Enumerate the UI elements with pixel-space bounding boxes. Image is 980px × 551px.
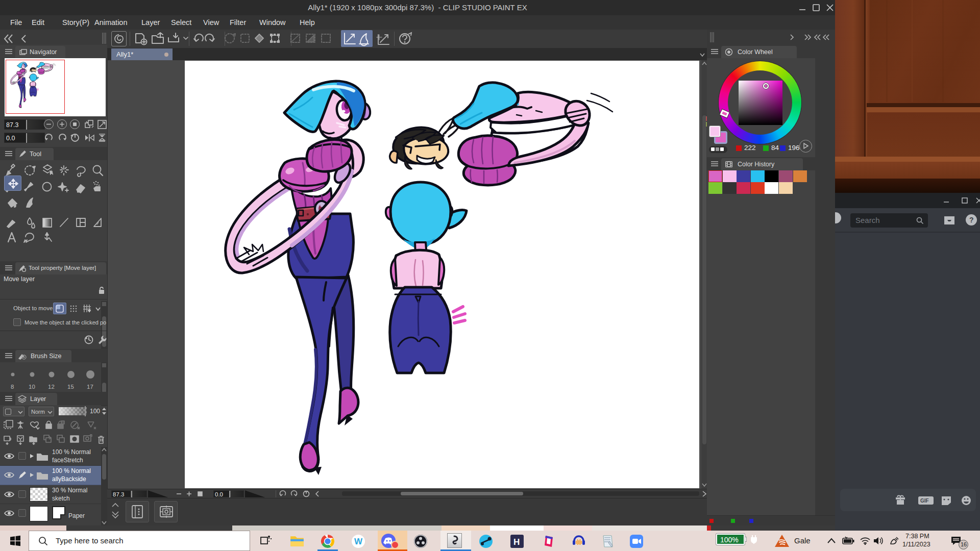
svg-text:W: W <box>354 537 363 546</box>
svg-text:H: H <box>513 537 520 547</box>
svg-text:GIF: GIF <box>920 498 929 504</box>
